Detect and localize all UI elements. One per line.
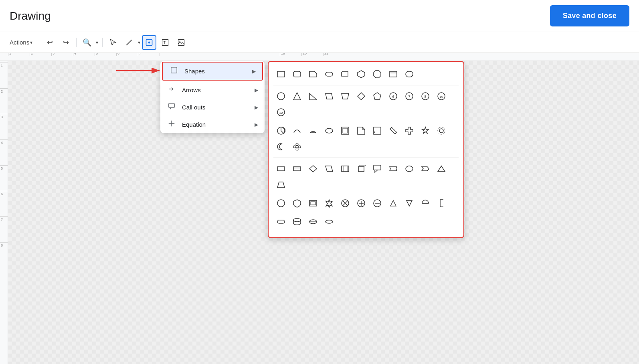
shapes-grid-row6 <box>273 214 459 229</box>
redo-button[interactable]: ↪ <box>59 35 73 50</box>
shape-plus[interactable] <box>354 196 369 211</box>
shape-flower[interactable] <box>289 139 305 154</box>
menu-item-equation[interactable]: Equation ▶ <box>160 116 265 133</box>
shape-flow-ribbon[interactable] <box>386 161 401 176</box>
drawing-canvas[interactable]: Shapes ▶ Arrows ▶ Call outs <box>8 61 639 364</box>
shape-trapezoid[interactable] <box>338 89 353 104</box>
shapes-dropdown-menu: Shapes ▶ Arrows ▶ Call outs <box>160 61 265 133</box>
shape-doc-corner[interactable] <box>354 123 369 138</box>
shape-circle-8[interactable]: 8 <box>418 89 433 104</box>
shape-moon[interactable] <box>273 139 289 154</box>
save-close-button[interactable]: Save and close <box>550 5 629 26</box>
svg-rect-63 <box>358 167 364 172</box>
shape-circle-6[interactable]: 6 <box>386 89 401 104</box>
shape-capsule[interactable] <box>273 214 289 229</box>
shape-flow-diamond[interactable] <box>305 161 321 176</box>
shape-pie[interactable] <box>273 123 289 138</box>
shape-circle-10[interactable]: 10 <box>434 89 449 104</box>
shape-frame[interactable] <box>338 123 353 138</box>
shape-starburst[interactable] <box>418 123 433 138</box>
shape-shield[interactable] <box>289 196 305 211</box>
shape-bracket-shape[interactable] <box>434 196 449 211</box>
shape-triangle-up[interactable] <box>386 196 401 211</box>
svg-rect-43 <box>343 128 348 133</box>
shape-oval[interactable] <box>322 123 337 138</box>
shape-circle[interactable] <box>273 89 289 104</box>
shape-cross[interactable] <box>402 123 417 138</box>
actions-dropdown-icon: ▾ <box>30 40 32 45</box>
shape-flow-chevron[interactable] <box>418 161 433 176</box>
shape-half-circle[interactable] <box>418 196 433 211</box>
shape-snip-diagonal[interactable] <box>338 67 353 82</box>
zoom-arrow: ▾ <box>96 40 98 45</box>
svg-marker-74 <box>326 200 332 208</box>
shape-circle-12[interactable]: 12 <box>273 105 289 120</box>
shape-hexagon[interactable] <box>354 67 369 82</box>
ruler-mark: 5 <box>95 53 116 56</box>
ruler-mark: 21 <box>323 53 345 56</box>
svg-text:10: 10 <box>440 95 443 99</box>
zoom-button[interactable]: 🔍 <box>80 35 94 50</box>
svg-text:8: 8 <box>424 95 426 99</box>
shape-flow-cube[interactable] <box>354 161 369 176</box>
shape-flow-parallelogram[interactable] <box>322 161 337 176</box>
shape-arc[interactable] <box>289 123 305 138</box>
arrows-submenu-arrow: ▶ <box>255 87 258 93</box>
shape-flow-trapezoid[interactable] <box>273 177 289 192</box>
shape-rect-variant[interactable] <box>386 67 401 82</box>
svg-marker-26 <box>326 93 333 99</box>
svg-point-50 <box>296 146 298 148</box>
svg-marker-27 <box>342 93 349 99</box>
shape-octagon[interactable] <box>370 67 385 82</box>
shape-star-flow[interactable] <box>322 196 337 211</box>
shape-triangle[interactable] <box>289 89 305 104</box>
shape-snip-corner[interactable] <box>305 67 321 82</box>
ruler-left-mark: 2 <box>0 88 8 114</box>
shape-pencil[interactable] <box>386 123 401 138</box>
shape-circle-7[interactable]: 7 <box>402 89 417 104</box>
svg-rect-73 <box>311 202 315 205</box>
ruler-mark: 4 <box>73 53 95 56</box>
menu-item-shapes[interactable]: Shapes ▶ <box>162 62 263 81</box>
image-button[interactable] <box>174 35 188 50</box>
shape-rect-flow2[interactable] <box>305 196 321 211</box>
svg-marker-17 <box>342 71 348 76</box>
shape-doc-fold[interactable] <box>370 123 385 138</box>
shape-rounded-rect[interactable] <box>289 67 305 82</box>
shape-oval-flat[interactable] <box>322 214 337 229</box>
shape-flow-rect[interactable] <box>273 161 289 176</box>
text-button[interactable]: T <box>158 35 172 50</box>
shape-rounded-rect-2[interactable] <box>402 67 417 82</box>
undo-button[interactable]: ↩ <box>42 35 57 50</box>
shape-rectangle[interactable] <box>273 67 289 82</box>
menu-item-arrows[interactable]: Arrows ▶ <box>160 81 265 99</box>
shape-arrow-left-right[interactable] <box>370 196 385 211</box>
actions-menu[interactable]: Actions ▾ <box>6 37 36 47</box>
shape-chord[interactable] <box>305 123 321 138</box>
shapes-grid-row5 <box>273 196 459 211</box>
shape-stadium[interactable] <box>322 67 337 82</box>
menu-item-callouts[interactable]: Call outs ▶ <box>160 99 265 116</box>
shape-sun-gear[interactable] <box>434 123 449 138</box>
shape-flow-rect2[interactable] <box>289 161 305 176</box>
shape-triangle-down[interactable] <box>402 196 417 211</box>
line-button[interactable] <box>122 35 136 50</box>
shape-circle-flow[interactable] <box>273 196 289 211</box>
svg-point-92 <box>326 220 333 223</box>
select-button[interactable] <box>106 35 120 50</box>
shape-diamond[interactable] <box>354 89 369 104</box>
shape-flow-callout[interactable] <box>370 161 385 176</box>
shape-flow-ellipse[interactable] <box>402 161 417 176</box>
shape-x-mark[interactable] <box>338 196 353 211</box>
shape-bracket-double[interactable] <box>305 214 321 229</box>
svg-rect-55 <box>277 167 285 171</box>
shape-flow-process[interactable] <box>338 161 353 176</box>
shape-flow-triangle[interactable] <box>434 161 449 176</box>
shape-cylinder-top[interactable] <box>289 214 305 229</box>
shapes-divider-1 <box>273 85 459 85</box>
shape-parallelogram[interactable] <box>322 89 337 104</box>
svg-rect-5 <box>178 39 184 45</box>
shapes-button[interactable] <box>142 35 156 50</box>
shape-right-triangle[interactable] <box>305 89 321 104</box>
shape-pentagon[interactable] <box>370 89 385 104</box>
